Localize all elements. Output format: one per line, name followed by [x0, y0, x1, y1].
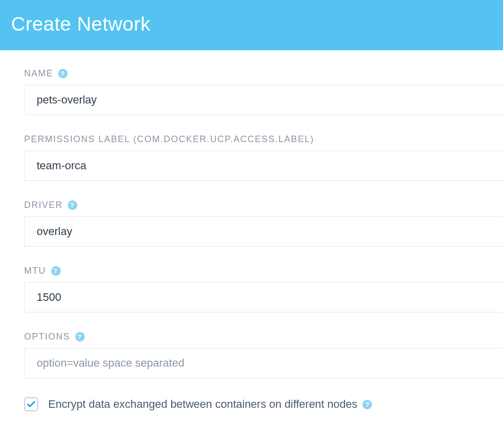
mtu-label-text: MTU	[24, 266, 46, 276]
encrypt-checkbox-row: Encrypt data exchanged between container…	[24, 397, 503, 411]
create-network-form: NAME ? PERMISSIONS LABEL (COM.DOCKER.UCP…	[0, 50, 503, 411]
options-field-group: OPTIONS ?	[24, 331, 503, 378]
help-icon[interactable]: ?	[362, 400, 372, 409]
encrypt-label: Encrypt data exchanged between container…	[48, 398, 372, 411]
help-icon[interactable]: ?	[51, 266, 61, 276]
driver-label-text: DRIVER	[24, 200, 63, 210]
page-title: Create Network	[11, 13, 151, 35]
name-label: NAME ?	[24, 68, 503, 79]
permissions-label: PERMISSIONS LABEL (COM.DOCKER.UCP.ACCESS…	[24, 134, 503, 145]
mtu-label: MTU ?	[24, 266, 503, 276]
name-input[interactable]	[24, 85, 503, 115]
driver-input[interactable]	[24, 216, 503, 247]
encrypt-checkbox[interactable]	[24, 397, 38, 411]
name-label-text: NAME	[24, 68, 53, 79]
permissions-field-group: PERMISSIONS LABEL (COM.DOCKER.UCP.ACCESS…	[24, 134, 503, 181]
help-icon[interactable]: ?	[68, 200, 77, 210]
name-field-group: NAME ?	[24, 68, 503, 115]
options-label: OPTIONS ?	[24, 331, 503, 342]
permissions-input[interactable]	[24, 151, 503, 181]
mtu-field-group: MTU ?	[24, 266, 503, 312]
page-header: Create Network	[0, 0, 503, 50]
check-icon	[26, 399, 36, 409]
driver-label: DRIVER ?	[24, 200, 503, 210]
help-icon[interactable]: ?	[58, 69, 68, 78]
help-icon[interactable]: ?	[75, 332, 85, 342]
driver-field-group: DRIVER ?	[24, 200, 503, 247]
permissions-label-text: PERMISSIONS LABEL (COM.DOCKER.UCP.ACCESS…	[24, 134, 314, 145]
encrypt-label-text: Encrypt data exchanged between container…	[48, 398, 357, 411]
options-label-text: OPTIONS	[24, 331, 70, 342]
options-input[interactable]	[24, 348, 503, 378]
mtu-input[interactable]	[24, 282, 503, 312]
